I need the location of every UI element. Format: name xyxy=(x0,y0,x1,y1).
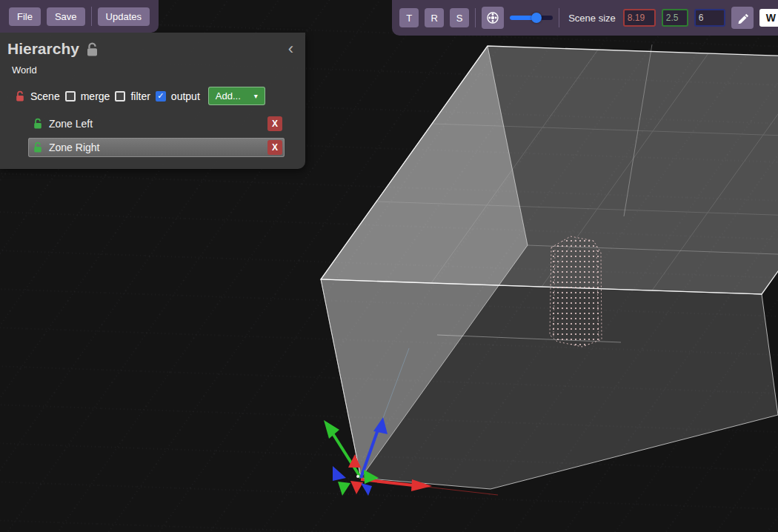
unlock-icon-green[interactable] xyxy=(33,118,43,130)
add-dropdown[interactable]: Add... ▾ xyxy=(208,87,265,105)
scene-size-y-input[interactable] xyxy=(662,9,688,27)
merge-label: merge xyxy=(81,90,110,102)
point-cloud-cylinder[interactable] xyxy=(550,236,602,347)
collapse-panel-button[interactable]: ‹ xyxy=(284,41,298,57)
unlock-icon-red[interactable] xyxy=(15,90,25,102)
zone-row-left[interactable]: Zone Left X xyxy=(28,114,285,133)
output-label: output xyxy=(171,90,200,102)
scene-label: Scene xyxy=(30,90,60,102)
key-hint-w: W xyxy=(759,9,778,27)
save-button[interactable]: Save xyxy=(47,7,85,26)
updates-button[interactable]: Updates xyxy=(98,7,150,26)
check-icon: ✓ xyxy=(157,91,164,101)
output-checkbox[interactable]: ✓ xyxy=(156,91,166,102)
scene-row: Scene merge filter ✓ output Add... ▾ xyxy=(15,87,305,105)
delete-zone-button[interactable]: X xyxy=(267,116,282,131)
hierarchy-panel: Hierarchy ‹ World Scene merge filter ✓ o… xyxy=(0,33,305,169)
scene-size-z-input[interactable] xyxy=(694,9,725,27)
zone-label: Zone Right xyxy=(49,142,99,153)
zone-label: Zone Left xyxy=(49,118,93,130)
divider xyxy=(475,8,476,27)
delete-zone-button[interactable]: X xyxy=(267,140,282,155)
toolbar-left: File Save Updates xyxy=(0,0,159,33)
chevron-down-icon: ▾ xyxy=(254,92,258,100)
zone-row-right-selected[interactable]: Zone Right X xyxy=(28,138,285,157)
scale-tool-button[interactable]: S xyxy=(450,8,469,27)
translate-tool-button[interactable]: T xyxy=(399,8,419,27)
slider-knob[interactable] xyxy=(531,13,542,23)
scene-size-label: Scene size xyxy=(568,13,616,24)
unlock-icon-green[interactable] xyxy=(33,142,43,153)
hierarchy-header: Hierarchy ‹ xyxy=(0,40,305,58)
divider xyxy=(559,8,559,27)
rotate-tool-button[interactable]: R xyxy=(425,8,444,27)
camera-button[interactable] xyxy=(482,7,504,29)
world-label: World xyxy=(12,64,305,76)
zone-list: Zone Left X Zone Right X xyxy=(28,114,285,157)
gizmo-center-dot[interactable] xyxy=(356,475,359,478)
hierarchy-title: Hierarchy xyxy=(7,40,79,58)
divider xyxy=(91,7,92,26)
pencil-icon xyxy=(737,12,748,24)
toolbar-right: T R S Scene size W xyxy=(392,0,778,36)
merge-checkbox[interactable] xyxy=(65,91,76,102)
scene-size-x-input[interactable] xyxy=(623,9,656,27)
opacity-slider[interactable] xyxy=(510,16,553,20)
filter-checkbox[interactable] xyxy=(115,91,125,102)
add-dropdown-label: Add... xyxy=(216,90,241,102)
filter-label: filter xyxy=(130,90,150,102)
file-button[interactable]: File xyxy=(9,7,41,26)
camera-aperture-icon xyxy=(486,11,499,24)
lock-icon xyxy=(85,41,99,57)
edit-button[interactable] xyxy=(731,7,754,29)
